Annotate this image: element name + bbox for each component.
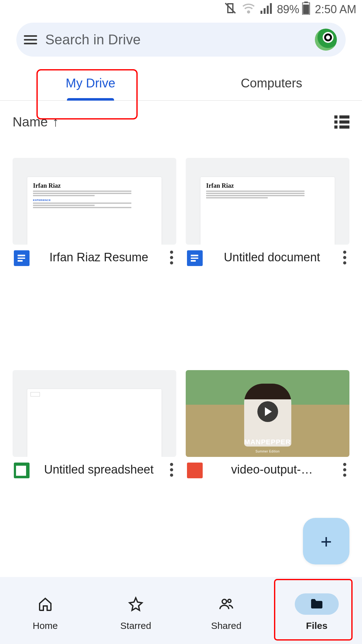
file-card[interactable]: Irfan Riaz Untitled document — [186, 158, 349, 353]
svg-rect-7 — [303, 4, 309, 14]
nav-label: Starred — [120, 620, 151, 631]
sort-label-text: Name — [13, 114, 48, 130]
file-thumb: Irfan Riaz EXPERIENCE — [13, 158, 176, 245]
play-icon — [257, 401, 278, 422]
svg-point-0 — [248, 11, 250, 13]
home-icon — [38, 597, 53, 612]
tab-my-drive[interactable]: My Drive — [0, 70, 181, 100]
wifi-icon — [241, 1, 256, 19]
tabs: My Drive Computers — [0, 70, 362, 101]
nav-shared[interactable]: Shared — [181, 593, 272, 631]
svg-rect-3 — [267, 6, 269, 14]
preview-title: Irfan Riaz — [206, 182, 329, 189]
tab-computers[interactable]: Computers — [181, 70, 362, 100]
file-name: Untitled document — [207, 250, 337, 265]
menu-icon[interactable] — [24, 35, 37, 44]
sheets-icon — [14, 463, 30, 478]
file-thumb — [13, 370, 176, 457]
plus-icon: + — [321, 530, 332, 552]
more-icon[interactable] — [341, 251, 348, 264]
people-icon — [219, 597, 234, 612]
more-icon[interactable] — [168, 251, 175, 264]
file-grid: Irfan Riaz EXPERIENCE Irfan Riaz Resume … — [0, 133, 362, 577]
svg-point-8 — [222, 599, 227, 604]
nav-files[interactable]: Files — [272, 593, 362, 631]
add-button[interactable]: + — [303, 518, 349, 564]
bottom-nav: Home Starred Shared Files — [0, 577, 362, 644]
battery-icon — [302, 2, 310, 18]
search-placeholder: Search in Drive — [45, 32, 307, 47]
file-thumb: Irfan Riaz — [186, 158, 349, 245]
svg-rect-2 — [264, 8, 266, 14]
svg-rect-1 — [261, 11, 262, 14]
file-card[interactable]: Irfan Riaz EXPERIENCE Irfan Riaz Resume — [13, 158, 176, 353]
svg-rect-4 — [270, 3, 272, 14]
folder-icon — [309, 597, 324, 612]
video-caption: MANPEPPER Summer Edition — [244, 438, 291, 454]
docs-icon — [187, 250, 203, 266]
more-icon[interactable] — [341, 463, 348, 477]
status-bar: 89% 2:50 AM — [0, 0, 362, 19]
vibrate-off-icon — [223, 1, 238, 19]
battery-percent: 89% — [277, 3, 299, 16]
nav-home[interactable]: Home — [0, 593, 90, 631]
nav-label: Files — [306, 620, 327, 631]
status-time: 2:50 AM — [315, 3, 356, 16]
file-thumb: MANPEPPER Summer Edition — [186, 370, 349, 457]
more-icon[interactable] — [168, 463, 175, 477]
file-name: video-output-… — [207, 462, 337, 477]
search-bar[interactable]: Search in Drive — [16, 23, 346, 57]
file-name: Irfan Riaz Resume — [34, 250, 164, 265]
nav-label: Home — [33, 620, 58, 631]
file-card[interactable]: Untitled spreadsheet — [13, 370, 176, 565]
nav-label: Shared — [211, 620, 242, 631]
list-view-icon[interactable] — [334, 115, 349, 129]
avatar[interactable] — [315, 29, 337, 51]
nav-starred[interactable]: Starred — [90, 593, 181, 631]
preview-title: Irfan Riaz — [33, 182, 156, 189]
signal-icon — [259, 1, 274, 19]
sort-direction-icon: ↑ — [52, 114, 59, 130]
svg-point-9 — [228, 599, 231, 602]
sort-by-name[interactable]: Name ↑ — [13, 114, 59, 130]
video-icon — [187, 463, 203, 478]
sort-row: Name ↑ — [0, 101, 362, 133]
file-name: Untitled spreadsheet — [34, 462, 164, 477]
docs-icon — [14, 250, 30, 266]
search-bar-wrap: Search in Drive — [0, 19, 362, 60]
star-icon — [128, 597, 143, 612]
status-icons — [223, 1, 274, 19]
